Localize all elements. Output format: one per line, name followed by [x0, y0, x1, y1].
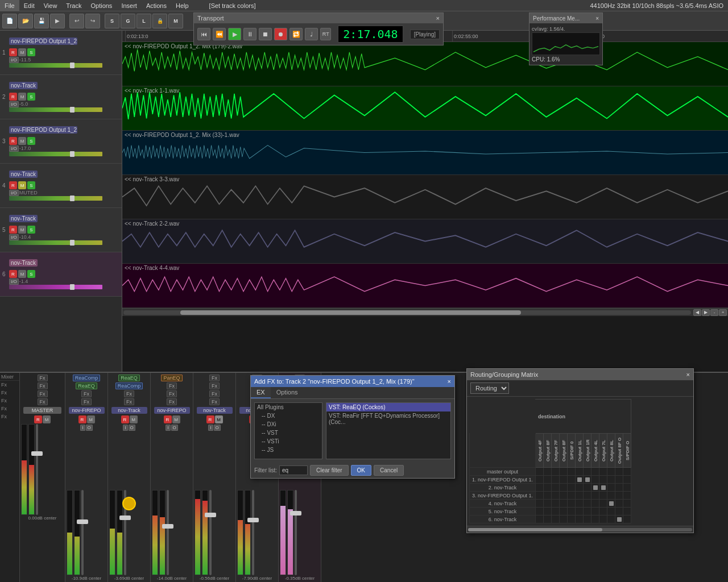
track2-mute[interactable]: M	[18, 93, 26, 101]
track3-vol-bar[interactable]	[9, 152, 102, 156]
routing-close[interactable]: ×	[686, 371, 690, 378]
ch4-arm[interactable]: R	[206, 415, 214, 423]
routing-cell-4-0[interactable]	[536, 500, 544, 508]
addfx-tab-options[interactable]: Options	[271, 387, 304, 398]
routing-cell-2-3[interactable]	[560, 484, 568, 492]
routing-cell-6-9[interactable]	[607, 516, 615, 523]
master-arm[interactable]: R	[34, 415, 42, 423]
routing-cell-6-8[interactable]	[599, 516, 607, 523]
addfx-item-all[interactable]: All Plugins	[255, 403, 322, 411]
ch4-fader[interactable]	[209, 490, 212, 575]
ch2-fader-knob[interactable]	[119, 516, 131, 520]
track-name-3[interactable]: nov-FIREPOD Output 1_2	[9, 126, 77, 134]
open-button[interactable]: 📂	[18, 14, 33, 28]
ch3-io-btn2[interactable]: O	[171, 425, 178, 431]
routing-cell-2-2[interactable]	[552, 484, 560, 492]
routing-cell-0-0[interactable]	[536, 468, 544, 476]
ch5-fader[interactable]	[252, 490, 254, 575]
zoom-in[interactable]: +	[719, 309, 727, 316]
hscroll-track[interactable]	[123, 310, 691, 315]
routing-cell-6-1[interactable]	[544, 516, 552, 523]
track1-vol-bar[interactable]	[9, 63, 102, 68]
routing-cell-6-0[interactable]	[536, 516, 544, 523]
routing-type-select[interactable]: Routing	[470, 383, 509, 394]
ch3-fx4[interactable]: Fx	[167, 398, 177, 405]
waveform-3[interactable]: << nov-FIREPOD Output 1_2. Mix (33)-1.wa…	[122, 131, 728, 175]
routing-cell-6-4[interactable]	[568, 516, 576, 523]
track5-vol-knob[interactable]	[70, 240, 75, 246]
ch1-fader[interactable]	[81, 490, 84, 575]
ch4-fx3[interactable]: Fx	[209, 390, 220, 397]
track1-solo[interactable]: S	[27, 48, 35, 56]
routing-cell-4-7[interactable]	[592, 500, 599, 508]
routing-cell-1-0[interactable]	[536, 476, 544, 484]
render-button[interactable]: ▶	[50, 14, 65, 28]
routing-cell-3-5[interactable]	[576, 492, 584, 500]
stop-button[interactable]: ⏹	[259, 28, 272, 40]
addfx-item-js[interactable]: -- JS	[255, 446, 322, 454]
rt-button[interactable]: RT	[320, 28, 331, 40]
menu-options[interactable]: Options	[86, 0, 117, 11]
routing-cell-0-2[interactable]	[552, 468, 560, 476]
lock-button[interactable]: 🔒	[152, 14, 167, 28]
ch3-io-btn[interactable]: I	[166, 425, 170, 431]
routing-cell-2-11[interactable]	[623, 484, 631, 492]
addfx-item-dx[interactable]: -- DX	[255, 411, 322, 420]
routing-cell-4-2[interactable]	[552, 500, 560, 508]
ch2-fx2[interactable]: ReaComp	[115, 383, 143, 389]
ch6-fader-knob[interactable]	[290, 511, 301, 516]
track-name-2[interactable]: nov-Track	[9, 82, 38, 89]
undo-button[interactable]: ↩	[69, 14, 84, 28]
routing-cell-4-3[interactable]	[560, 500, 568, 508]
routing-cell-5-0[interactable]	[536, 508, 544, 516]
routing-cell-2-10[interactable]	[615, 484, 623, 492]
waveform-6[interactable]: << nov-Track 4-4.wav	[122, 264, 728, 308]
waveform-2[interactable]: << nov-Track 1-1.wav	[122, 86, 728, 131]
routing-cell-1-10[interactable]	[615, 476, 623, 484]
ch1-arm[interactable]: R	[78, 415, 86, 423]
track4-mute[interactable]: M	[18, 181, 26, 189]
master-fx1[interactable]: Fx	[38, 375, 48, 381]
routing-cell-2-1[interactable]	[544, 484, 552, 492]
routing-cell-1-11[interactable]	[623, 476, 631, 484]
routing-cell-5-5[interactable]	[576, 508, 584, 516]
routing-cell-2-7[interactable]	[592, 484, 599, 492]
routing-cell-3-6[interactable]	[584, 492, 592, 500]
track6-vol-bar[interactable]	[9, 285, 102, 289]
ch2-fx3[interactable]: Fx	[124, 390, 134, 397]
track2-solo[interactable]: S	[27, 93, 35, 101]
master-fx3[interactable]: Fx	[38, 390, 48, 397]
track4-io-in[interactable]: I/O	[9, 190, 19, 196]
track3-solo[interactable]: S	[27, 137, 35, 145]
pause-button[interactable]: ⏸	[243, 28, 257, 40]
ch3-fx3[interactable]: Fx	[167, 390, 177, 397]
perf-close[interactable]: ×	[595, 15, 599, 22]
routing-hscroll[interactable]	[467, 526, 693, 533]
routing-cell-0-10[interactable]	[615, 468, 623, 476]
routing-cell-5-2[interactable]	[552, 508, 560, 516]
routing-scroll-track[interactable]	[468, 528, 692, 531]
routing-cell-3-2[interactable]	[552, 492, 560, 500]
ch2-name[interactable]: nov-Track	[111, 407, 147, 414]
ch2-fx-active[interactable]	[122, 497, 136, 510]
track2-vol-knob[interactable]	[70, 107, 75, 113]
waveform-4[interactable]: << nov-Track 3-3.wav	[122, 175, 728, 219]
ch4-mute[interactable]: M	[215, 415, 223, 423]
track2-vol-bar[interactable]	[9, 107, 102, 112]
track2-io-in[interactable]: I/O	[9, 101, 19, 107]
ch3-fx2[interactable]: Fx	[167, 383, 177, 389]
ch4-fx1[interactable]: Fx	[209, 375, 220, 381]
grid-button[interactable]: G	[121, 14, 135, 28]
ch4-io-btn2[interactable]: O	[214, 425, 221, 431]
filter-input[interactable]	[279, 465, 308, 475]
addfx-item-vst[interactable]: -- VST	[255, 429, 322, 437]
routing-cell-3-3[interactable]	[560, 492, 568, 500]
routing-cell-0-1[interactable]	[544, 468, 552, 476]
routing-cell-3-10[interactable]	[615, 492, 623, 500]
track4-arm[interactable]: R	[9, 181, 17, 189]
menu-file[interactable]: File	[0, 0, 19, 11]
ok-button[interactable]: OK	[351, 465, 371, 476]
routing-cell-2-6[interactable]	[584, 484, 592, 492]
addfx-close[interactable]: ×	[448, 378, 451, 385]
hscroll-thumb[interactable]	[180, 310, 521, 315]
